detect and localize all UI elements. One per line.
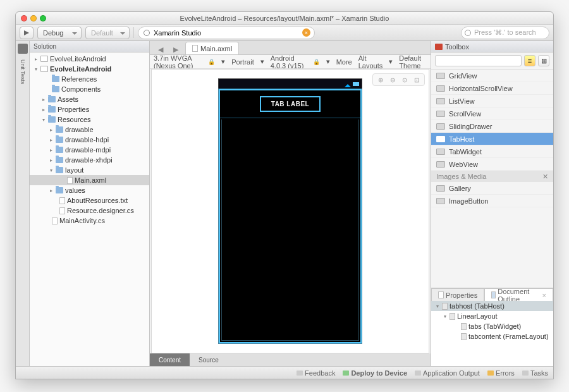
- tree-node[interactable]: MainActivity.cs: [30, 216, 149, 226]
- tree-node[interactable]: Resource.designer.cs: [30, 205, 149, 216]
- tree-node[interactable]: Main.axml: [30, 175, 149, 185]
- design-canvas[interactable]: ⊕ ⊖ ⊙ ⊡ TAB LABEL: [151, 69, 429, 353]
- tree-node[interactable]: ▾EvolveLiteAndroid: [30, 64, 149, 74]
- toolbox-item[interactable]: ListView: [431, 95, 553, 107]
- solution-header: Solution: [30, 41, 149, 52]
- toolbox-item[interactable]: ScrollView: [431, 107, 553, 120]
- toolbox-list[interactable]: GridViewHorizontalScrollViewListViewScro…: [431, 70, 553, 288]
- titlebar: EvolveLiteAndroid – Resources/layout/Mai…: [16, 12, 553, 25]
- device-selector[interactable]: 3.7in WVGA (Nexus One): [154, 55, 202, 69]
- tree-node[interactable]: ▸EvolveLiteAndroid: [30, 54, 149, 64]
- nav-back-icon[interactable]: ◀: [155, 44, 166, 54]
- outline-node[interactable]: ▾LinearLayout: [431, 311, 553, 321]
- deploy-button[interactable]: Deploy to Device: [343, 369, 407, 377]
- toolbox-categories-button[interactable]: ≡: [524, 55, 535, 66]
- more-button[interactable]: More: [336, 58, 352, 66]
- traffic-lights: [21, 15, 46, 21]
- zoom-out-icon[interactable]: ⊖: [388, 75, 398, 84]
- document-outline-tree[interactable]: ▾tabhost (TabHost)▾LinearLayouttabs (Tab…: [431, 301, 553, 366]
- rail-icon[interactable]: [18, 44, 28, 54]
- solution-tree[interactable]: ▸EvolveLiteAndroid▾EvolveLiteAndroidRefe…: [30, 52, 149, 366]
- device-statusbar: [219, 79, 362, 89]
- tree-node[interactable]: ▸drawable: [30, 125, 149, 135]
- right-column: Toolbox ≡ ⊞ GridViewHorizontalScrollView…: [431, 41, 553, 366]
- battery-icon: [353, 82, 359, 86]
- tree-node[interactable]: ▸Assets: [30, 94, 149, 104]
- tree-node[interactable]: Components: [30, 84, 149, 94]
- orientation-selector[interactable]: Portrait: [231, 58, 254, 66]
- tasks-button[interactable]: Tasks: [522, 369, 548, 377]
- zoom-controls: ⊕ ⊖ ⊙ ⊡: [372, 73, 425, 86]
- window-title: EvolveLiteAndroid – Resources/layout/Mai…: [180, 15, 389, 22]
- device-preview[interactable]: TAB LABEL: [218, 78, 362, 344]
- tree-node[interactable]: AboutResources.txt: [30, 195, 149, 205]
- tab-properties[interactable]: Properties: [431, 288, 484, 301]
- target-selector[interactable]: Default: [85, 27, 130, 39]
- right-bottom-panel: Properties Document Outline × ▾tabhost (…: [431, 288, 553, 366]
- tab-document-outline[interactable]: Document Outline ×: [484, 288, 553, 301]
- tree-node[interactable]: References: [30, 74, 149, 84]
- nav-fwd-icon[interactable]: ▶: [170, 44, 181, 54]
- window: EvolveLiteAndroid – Resources/layout/Mai…: [15, 11, 554, 379]
- output-icon: [415, 371, 421, 376]
- search-input[interactable]: Press '⌘.' to search: [461, 27, 549, 39]
- toolbox-search-input[interactable]: [435, 55, 522, 66]
- tab-source[interactable]: Source: [190, 353, 228, 366]
- outline-node[interactable]: tabcontent (FrameLayout): [431, 331, 553, 341]
- signal-icon: [345, 81, 351, 87]
- config-selector[interactable]: Debug: [37, 27, 82, 39]
- unit-tests-tab[interactable]: Unit Tests: [20, 59, 26, 84]
- zoom-100-icon[interactable]: ⊡: [412, 75, 422, 84]
- run-button[interactable]: [20, 27, 34, 39]
- tree-node[interactable]: ▸drawable-xhdpi: [30, 155, 149, 165]
- tab-main-axml[interactable]: Main.axml: [185, 42, 239, 54]
- editor-area: ◀ ▶ Main.axml 3.7in WVGA (Nexus One) 🔒 ▾…: [150, 41, 431, 366]
- zoom-fit-icon[interactable]: ⊙: [400, 75, 410, 84]
- file-icon: [192, 45, 198, 52]
- toolbox-icon: [435, 44, 443, 50]
- tree-node[interactable]: ▸Properties: [30, 104, 149, 114]
- errors-icon: [487, 371, 494, 376]
- tree-node[interactable]: ▾Resources: [30, 114, 149, 125]
- toolbox-item[interactable]: WebView: [431, 158, 553, 171]
- main-toolbar: Debug Default Xamarin Studio × Press '⌘.…: [16, 25, 553, 41]
- tabhost-selection[interactable]: TAB LABEL: [219, 89, 362, 343]
- left-rail: Unit Tests: [16, 41, 30, 366]
- toolbox-item[interactable]: TabHost: [431, 133, 553, 145]
- toolbox-item[interactable]: HorizontalScrollView: [431, 82, 553, 95]
- alt-layouts-button[interactable]: Alt Layouts: [358, 55, 383, 69]
- lock-icon: 🔒: [313, 59, 320, 65]
- outline-node[interactable]: ▾tabhost (TabHost): [431, 301, 553, 311]
- output-button[interactable]: Application Output: [415, 369, 480, 377]
- outline-icon: [491, 291, 496, 298]
- minimize-icon[interactable]: [30, 15, 37, 21]
- theme-selector[interactable]: Default Theme: [399, 55, 427, 69]
- tree-node[interactable]: ▸drawable-mdpi: [30, 145, 149, 155]
- deploy-icon: [343, 371, 349, 376]
- errors-button[interactable]: Errors: [487, 369, 515, 377]
- tree-node[interactable]: ▸values: [30, 185, 149, 195]
- toolbox-item[interactable]: GridView: [431, 70, 553, 82]
- solution-panel: Solution ▸EvolveLiteAndroid▾EvolveLiteAn…: [30, 41, 150, 366]
- tab-label[interactable]: TAB LABEL: [260, 96, 321, 112]
- tree-node[interactable]: ▸drawable-hdpi: [30, 135, 149, 145]
- close-icon[interactable]: [21, 15, 27, 21]
- tree-node[interactable]: ▾layout: [30, 165, 149, 175]
- tab-row: TAB LABEL: [220, 90, 360, 118]
- api-selector[interactable]: Android 4.0.3 (v15): [271, 55, 307, 69]
- toolbox-item[interactable]: Gallery: [431, 182, 553, 195]
- toolbox-item[interactable]: ImageButton: [431, 195, 553, 207]
- tasks-icon: [522, 371, 529, 376]
- tab-content[interactable]: Content: [150, 353, 190, 366]
- toolbox-item[interactable]: SlidingDrawer: [431, 120, 553, 133]
- feedback-button[interactable]: Feedback: [297, 369, 335, 377]
- outline-node[interactable]: tabs (TabWidget): [431, 321, 553, 331]
- zoom-icon[interactable]: [40, 15, 46, 21]
- breadcrumb-combo[interactable]: Xamarin Studio ×: [138, 27, 315, 39]
- toolbox-list-button[interactable]: ⊞: [538, 55, 549, 66]
- close-tab-icon[interactable]: ×: [542, 291, 546, 299]
- zoom-in-icon[interactable]: ⊕: [376, 75, 386, 84]
- clear-icon[interactable]: ×: [302, 28, 310, 37]
- toolbox-item[interactable]: TabWidget: [431, 145, 553, 158]
- tab-content-frame[interactable]: [221, 119, 359, 341]
